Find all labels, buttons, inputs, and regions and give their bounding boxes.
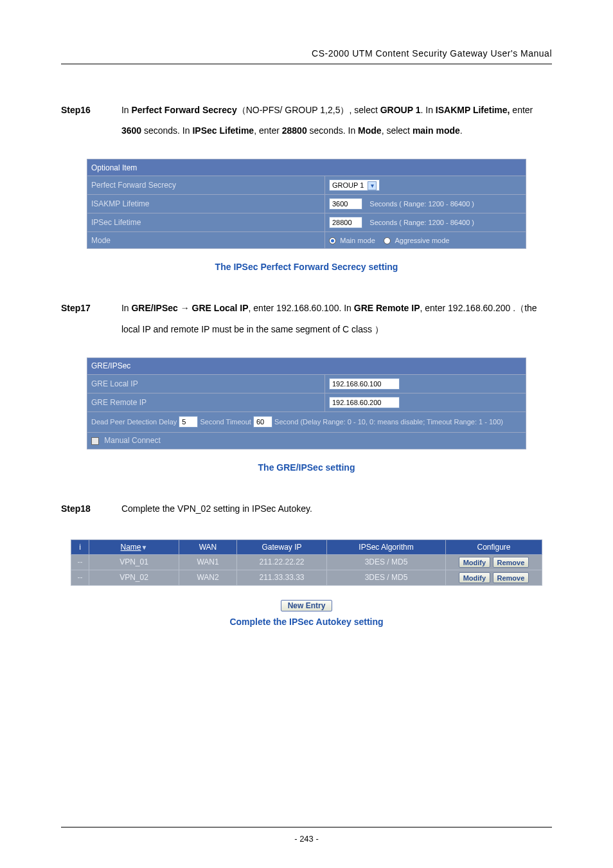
dpd-prefix: Dead Peer Detection Delay bbox=[91, 418, 177, 426]
row-name: VPN_02 bbox=[89, 570, 179, 585]
fig3-caption: Complete the IPSec Autokey setting bbox=[61, 617, 552, 627]
isakmp-range: Seconds ( Range: 1200 - 86400 ) bbox=[369, 200, 474, 208]
main-mode-text: Main mode bbox=[340, 237, 375, 244]
step18-body: Complete the VPN_02 setting in IPSec Aut… bbox=[121, 498, 548, 519]
dpd-timeout-input[interactable]: 60 bbox=[253, 416, 272, 428]
gre-local-input[interactable]: 192.168.60.100 bbox=[329, 378, 400, 390]
gre-remote-input[interactable]: 192.168.60.200 bbox=[329, 397, 400, 408]
aggressive-mode-radio[interactable] bbox=[384, 237, 391, 244]
pfs-select-value: GROUP 1 bbox=[332, 181, 364, 189]
ipsec-lifetime-range: Seconds ( Range: 1200 - 86400 ) bbox=[369, 219, 474, 226]
row-gateway: 211.33.33.33 bbox=[237, 570, 327, 585]
pfs-select[interactable]: GROUP 1 ▾ bbox=[329, 179, 380, 191]
new-entry-button[interactable]: New Entry bbox=[281, 600, 333, 611]
col-gateway: Gateway IP bbox=[237, 539, 327, 554]
isakmp-input[interactable]: 3600 bbox=[329, 198, 362, 210]
pfs-label: Perfect Forward Secrecy bbox=[87, 176, 325, 195]
row-name: VPN_01 bbox=[89, 554, 179, 570]
row-i: -- bbox=[71, 570, 89, 585]
step16-body: In Perfect Forward Secrecy（NO-PFS/ GROUP… bbox=[121, 100, 548, 141]
fig-autokey-table: i Name▼ WAN Gateway IP IPSec Algorithm C… bbox=[71, 539, 542, 611]
col-wan: WAN bbox=[179, 539, 237, 554]
col-name[interactable]: Name▼ bbox=[89, 539, 179, 554]
col-configure: Configure bbox=[446, 539, 542, 554]
mode-label: Mode bbox=[87, 232, 325, 249]
isakmp-label: ISAKMP Lifetime bbox=[87, 195, 325, 213]
gre-remote-label: GRE Remote IP bbox=[87, 393, 325, 411]
manual-connect-label: Manual Connect bbox=[104, 436, 160, 445]
row-wan: WAN2 bbox=[179, 570, 237, 585]
row-algorithm: 3DES / MD5 bbox=[327, 554, 446, 570]
dpd-delay-input[interactable]: 5 bbox=[179, 416, 198, 428]
row-algorithm: 3DES / MD5 bbox=[327, 570, 446, 585]
step16-label: Step16 bbox=[61, 100, 119, 120]
dpd-mid: Second Timeout bbox=[200, 418, 251, 426]
ipsec-lifetime-input[interactable]: 28800 bbox=[329, 217, 362, 228]
optional-item-header: Optional Item bbox=[87, 159, 526, 176]
fig-gre-ipsec: GRE/IPSec GRE Local IP 192.168.60.100 GR… bbox=[87, 357, 526, 449]
remove-button[interactable]: Remove bbox=[493, 572, 529, 583]
dpd-suffix: Second (Delay Range: 0 - 10, 0: means di… bbox=[274, 418, 503, 426]
step17-body: In GRE/IPSec → GRE Local IP, enter 192.1… bbox=[121, 298, 548, 339]
step17-label: Step17 bbox=[61, 298, 119, 318]
col-i[interactable]: i bbox=[71, 539, 89, 554]
main-mode-radio[interactable] bbox=[329, 237, 336, 244]
row-i: -- bbox=[71, 554, 89, 570]
chevron-down-icon: ▾ bbox=[368, 181, 377, 190]
step17: Step17 In GRE/IPSec → GRE Local IP, ente… bbox=[61, 298, 552, 339]
page-number: - 243 - bbox=[294, 834, 319, 844]
ipsec-lifetime-label: IPSec Lifetime bbox=[87, 213, 325, 232]
remove-button[interactable]: Remove bbox=[493, 557, 529, 568]
page-header: CS-2000 UTM Content Security Gateway Use… bbox=[61, 48, 552, 64]
step18-label: Step18 bbox=[61, 498, 119, 519]
aggressive-mode-text: Aggressive mode bbox=[395, 237, 449, 244]
table-row: --VPN_01WAN1211.22.22.223DES / MD5Modify… bbox=[71, 554, 542, 570]
footer-rule bbox=[61, 827, 552, 827]
step18: Step18 Complete the VPN_02 setting in IP… bbox=[61, 498, 552, 519]
fig1-caption: The IPSec Perfect Forward Secrecy settin… bbox=[61, 262, 552, 272]
row-gateway: 211.22.22.22 bbox=[237, 554, 327, 570]
modify-button[interactable]: Modify bbox=[459, 572, 490, 583]
row-wan: WAN1 bbox=[179, 554, 237, 570]
modify-button[interactable]: Modify bbox=[459, 557, 490, 568]
col-algorithm: IPSec Algorithm bbox=[327, 539, 446, 554]
gre-ipsec-header: GRE/IPSec bbox=[87, 357, 526, 374]
fig2-caption: The GRE/IPSec setting bbox=[61, 462, 552, 473]
manual-connect-checkbox[interactable] bbox=[91, 437, 99, 445]
table-row: --VPN_02WAN2211.33.33.333DES / MD5Modify… bbox=[71, 570, 542, 585]
gre-local-label: GRE Local IP bbox=[87, 374, 325, 393]
step16: Step16 In Perfect Forward Secrecy（NO-PFS… bbox=[61, 100, 552, 141]
sort-desc-icon: ▼ bbox=[141, 544, 148, 551]
fig-optional-item: Optional Item Perfect Forward Secrecy GR… bbox=[87, 159, 526, 249]
